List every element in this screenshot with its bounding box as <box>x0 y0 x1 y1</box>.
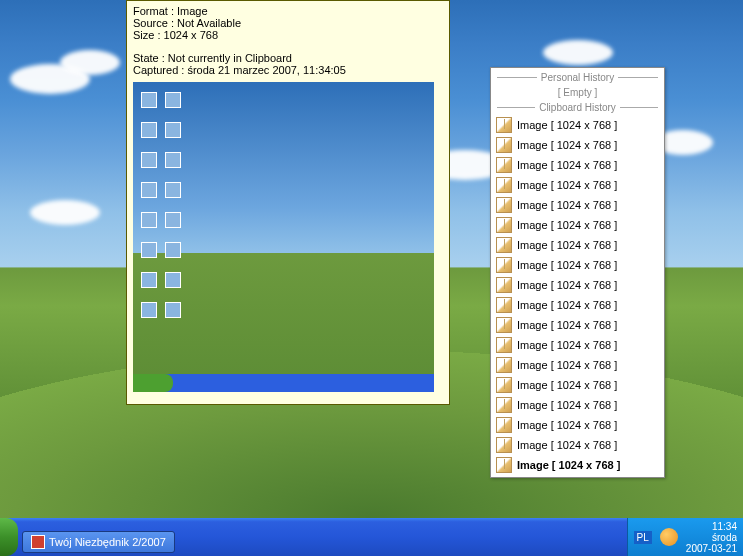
history-item[interactable]: Image [ 1024 x 768 ] <box>493 415 662 435</box>
source-line: Source : Not Available <box>133 17 443 29</box>
clock-day: środa <box>686 532 737 543</box>
history-item[interactable]: Image [ 1024 x 768 ] <box>493 455 662 475</box>
history-item[interactable]: Image [ 1024 x 768 ] <box>493 315 662 335</box>
image-icon <box>496 257 512 273</box>
cloud-decoration <box>60 50 120 75</box>
history-item[interactable]: Image [ 1024 x 768 ] <box>493 195 662 215</box>
history-item[interactable]: Image [ 1024 x 768 ] <box>493 255 662 275</box>
history-item-label: Image [ 1024 x 768 ] <box>517 259 617 271</box>
history-item[interactable]: Image [ 1024 x 768 ] <box>493 275 662 295</box>
history-item[interactable]: Image [ 1024 x 768 ] <box>493 155 662 175</box>
history-item-label: Image [ 1024 x 768 ] <box>517 199 617 211</box>
app-icon <box>31 535 45 549</box>
image-icon <box>496 157 512 173</box>
tray-icon[interactable] <box>660 528 678 546</box>
clock[interactable]: 11:34 środa 2007-03-21 <box>686 521 737 554</box>
image-icon <box>496 337 512 353</box>
history-item-label: Image [ 1024 x 768 ] <box>517 459 620 471</box>
history-item[interactable]: Image [ 1024 x 768 ] <box>493 335 662 355</box>
history-item-label: Image [ 1024 x 768 ] <box>517 359 617 371</box>
history-item[interactable]: Image [ 1024 x 768 ] <box>493 135 662 155</box>
image-icon <box>496 397 512 413</box>
history-item[interactable]: Image [ 1024 x 768 ] <box>493 295 662 315</box>
history-item[interactable]: Image [ 1024 x 768 ] <box>493 355 662 375</box>
history-item[interactable]: Image [ 1024 x 768 ] <box>493 395 662 415</box>
history-item-label: Image [ 1024 x 768 ] <box>517 159 617 171</box>
history-item-label: Image [ 1024 x 768 ] <box>517 339 617 351</box>
history-item-label: Image [ 1024 x 768 ] <box>517 379 617 391</box>
image-icon <box>496 297 512 313</box>
history-item-label: Image [ 1024 x 768 ] <box>517 419 617 431</box>
history-item-label: Image [ 1024 x 768 ] <box>517 119 617 131</box>
image-icon <box>496 177 512 193</box>
history-item-label: Image [ 1024 x 768 ] <box>517 179 617 191</box>
cloud-decoration <box>30 200 100 225</box>
history-item-label: Image [ 1024 x 768 ] <box>517 239 617 251</box>
history-item[interactable]: Image [ 1024 x 768 ] <box>493 435 662 455</box>
app-name: Twój Niezbędnik 2/2007 <box>49 536 166 548</box>
taskbar[interactable]: Twój Niezbędnik 2/2007 PL 11:34 środa 20… <box>0 518 743 556</box>
history-item-label: Image [ 1024 x 768 ] <box>517 139 617 151</box>
history-item[interactable]: Image [ 1024 x 768 ] <box>493 115 662 135</box>
image-icon <box>496 197 512 213</box>
image-icon <box>496 317 512 333</box>
image-icon <box>496 117 512 133</box>
image-icon <box>496 437 512 453</box>
image-icon <box>496 137 512 153</box>
history-item[interactable]: Image [ 1024 x 768 ] <box>493 215 662 235</box>
state-line: State : Not currently in Clipboard <box>133 52 443 64</box>
clipboard-history-menu[interactable]: Personal History [ Empty ] Clipboard His… <box>490 67 665 478</box>
size-line: Size : 1024 x 768 <box>133 29 443 41</box>
history-item-label: Image [ 1024 x 768 ] <box>517 319 617 331</box>
captured-line: Captured : środa 21 marzec 2007, 11:34:0… <box>133 64 443 76</box>
history-item-label: Image [ 1024 x 768 ] <box>517 279 617 291</box>
language-indicator[interactable]: PL <box>634 531 652 544</box>
image-icon <box>496 357 512 373</box>
taskbar-app-button[interactable]: Twój Niezbędnik 2/2007 <box>22 531 175 553</box>
personal-history-empty: [ Empty ] <box>493 85 662 100</box>
clipboard-info-tooltip: Format : Image Source : Not Available Si… <box>126 0 450 405</box>
clock-time: 11:34 <box>686 521 737 532</box>
cloud-decoration <box>543 40 613 65</box>
image-icon <box>496 457 512 473</box>
personal-history-header: Personal History <box>493 72 662 83</box>
history-item-label: Image [ 1024 x 768 ] <box>517 219 617 231</box>
format-line: Format : Image <box>133 5 443 17</box>
image-icon <box>496 237 512 253</box>
history-item[interactable]: Image [ 1024 x 768 ] <box>493 375 662 395</box>
system-tray[interactable]: PL 11:34 środa 2007-03-21 <box>627 518 743 556</box>
history-item-label: Image [ 1024 x 768 ] <box>517 439 617 451</box>
start-button[interactable] <box>0 518 18 556</box>
image-icon <box>496 217 512 233</box>
clipboard-thumbnail <box>133 82 434 392</box>
history-item[interactable]: Image [ 1024 x 768 ] <box>493 175 662 195</box>
image-icon <box>496 277 512 293</box>
history-item-label: Image [ 1024 x 768 ] <box>517 399 617 411</box>
image-icon <box>496 377 512 393</box>
clock-date: 2007-03-21 <box>686 543 737 554</box>
image-icon <box>496 417 512 433</box>
clipboard-history-header: Clipboard History <box>493 102 662 113</box>
history-item[interactable]: Image [ 1024 x 768 ] <box>493 235 662 255</box>
history-item-label: Image [ 1024 x 768 ] <box>517 299 617 311</box>
